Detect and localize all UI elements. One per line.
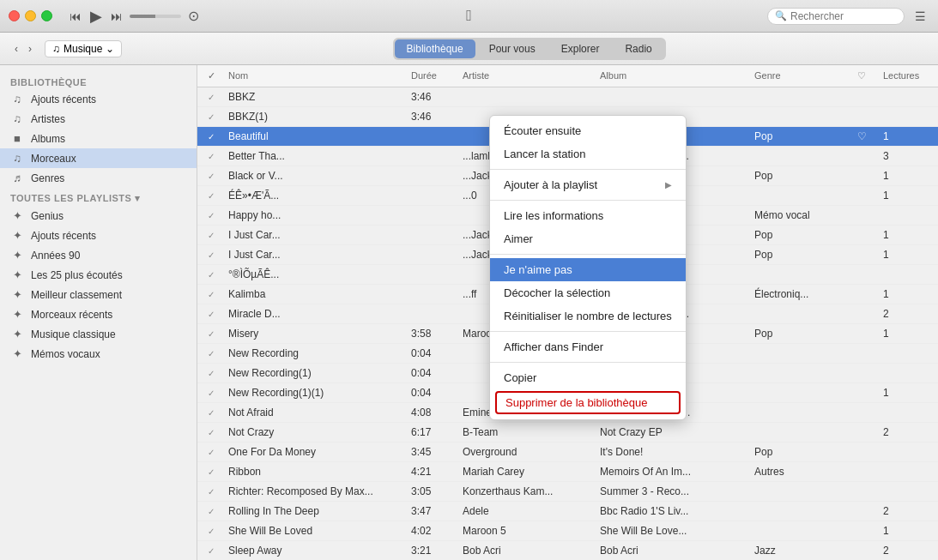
context-menu-item-copier[interactable]: Copier <box>490 366 686 389</box>
row-heart[interactable] <box>854 352 880 355</box>
row-duration <box>408 233 459 237</box>
row-heart[interactable] <box>854 490 880 493</box>
search-input[interactable] <box>790 10 897 22</box>
morceaux-icon: ♫ <box>10 152 24 165</box>
sidebar-item-genius[interactable]: ✦ Genius <box>0 206 197 226</box>
row-heart[interactable] <box>854 95 880 99</box>
sidebar-item-musique-classique[interactable]: ✦ Musique classique <box>0 324 197 344</box>
row-heart[interactable] <box>854 529 880 533</box>
sidebar-label-les25: Les 25 plus écoutés <box>31 269 123 281</box>
context-menu-item-je-naime-pas[interactable]: Je n'aime pas <box>490 258 686 281</box>
list-view-button[interactable]: ☰ <box>911 8 929 25</box>
location-selector[interactable]: ♫ Musique ⌄ <box>45 40 122 57</box>
search-box[interactable]: 🔍 <box>767 8 905 25</box>
tab-bibliotheque[interactable]: Bibliothèque <box>395 39 475 58</box>
sidebar-item-artistes[interactable]: ♫ Artistes <box>0 109 197 129</box>
row-duration: 6:17 <box>408 425 459 440</box>
sidebar-item-annees90[interactable]: ✦ Années 90 <box>0 245 197 265</box>
col-nom[interactable]: Nom <box>225 69 408 83</box>
fast-forward-button[interactable]: ⏭ <box>107 8 126 25</box>
row-heart[interactable] <box>854 470 880 473</box>
context-menu-item-couter-ensuite[interactable]: Écouter ensuite <box>490 119 686 142</box>
context-menu-item-afficher-dans-finder[interactable]: Afficher dans Finder <box>490 335 686 358</box>
context-menu-item-label: Lancer la station <box>504 148 585 160</box>
row-plays <box>880 371 931 375</box>
row-name: ÉÊ»•Æ'Ã... <box>225 188 408 203</box>
context-menu-item-aimer[interactable]: Aimer <box>490 227 686 250</box>
maximize-button[interactable] <box>41 10 52 21</box>
rewind-button[interactable]: ⏮ <box>66 8 85 25</box>
close-button[interactable] <box>9 10 20 21</box>
context-menu-item-supprimer-de-la-bibliothque[interactable]: Supprimer de la bibliothèque <box>495 391 681 414</box>
row-genre: Électroniq... <box>751 286 854 302</box>
sidebar-item-meilleur[interactable]: ✦ Meilleur classement <box>0 285 197 304</box>
context-menu-item-rinitialiser-le-nombre-de-lectures[interactable]: Réinitialiser le nombre de lectures <box>490 304 686 328</box>
row-heart[interactable] <box>854 194 880 197</box>
sidebar-item-albums[interactable]: ■ Albums <box>0 129 197 148</box>
play-button[interactable]: ▶ <box>90 7 102 26</box>
row-genre <box>751 509 854 513</box>
row-heart[interactable] <box>854 292 880 296</box>
row-heart[interactable] <box>854 371 880 375</box>
airplay-button[interactable]: ⊙ <box>185 6 203 26</box>
sidebar-item-les25[interactable]: ✦ Les 25 plus écoutés <box>0 265 197 285</box>
row-heart[interactable] <box>854 312 880 316</box>
row-heart[interactable] <box>854 332 880 335</box>
context-menu-item-dcocher-la-slection[interactable]: Décocher la sélection <box>490 281 686 304</box>
sidebar-label-ajouts-recents-pl: Ajouts récents <box>31 230 96 242</box>
context-menu-divider <box>490 169 686 170</box>
row-heart[interactable] <box>854 115 880 118</box>
table-row[interactable]: ✓ Not Crazy 6:17 B-Team Not Crazy EP 2 <box>197 423 938 443</box>
row-heart[interactable] <box>854 154 880 158</box>
col-lectures[interactable]: Lectures <box>880 69 931 83</box>
col-duree[interactable]: Durée <box>408 69 459 83</box>
tab-radio[interactable]: Radio <box>613 39 663 58</box>
row-heart[interactable] <box>854 431 880 434</box>
table-row[interactable]: ✓ Rolling In The Deep 3:47 Adele Bbc Rad… <box>197 502 938 521</box>
row-check: ✓ <box>204 367 225 380</box>
col-genre[interactable]: Genre <box>751 69 854 83</box>
back-button[interactable]: ‹ <box>10 41 22 57</box>
row-heart[interactable] <box>854 450 880 454</box>
sidebar-item-morceaux[interactable]: ♫ Morceaux <box>0 148 197 168</box>
row-plays <box>880 490 931 493</box>
sidebar-item-genres[interactable]: ♬ Genres <box>0 168 197 188</box>
table-row[interactable]: ✓ Richter: Recomposed By Max... 3:05 Kon… <box>197 482 938 502</box>
row-plays <box>880 95 931 99</box>
row-heart[interactable] <box>854 253 880 256</box>
row-heart[interactable] <box>854 233 880 237</box>
tab-pour-vous[interactable]: Pour vous <box>477 39 548 58</box>
row-genre: Mémo vocal <box>751 208 854 223</box>
minimize-button[interactable] <box>25 10 36 21</box>
sidebar-item-memos[interactable]: ✦ Mémos vocaux <box>0 344 197 364</box>
table-row[interactable]: ✓ BBKZ 3:46 <box>197 87 938 107</box>
context-menu-item-lire-les-informations[interactable]: Lire les informations <box>490 204 686 227</box>
sidebar-item-morceaux-recents[interactable]: ✦ Morceaux récents <box>0 304 197 324</box>
sidebar-label-genius: Genius <box>31 210 64 222</box>
table-row[interactable]: ✓ Sleep Away 3:21 Bob Acri Bob Acri Jazz… <box>197 541 938 560</box>
volume-slider[interactable] <box>130 15 181 18</box>
tab-explorer[interactable]: Explorer <box>549 39 612 58</box>
table-row[interactable]: ✓ One For Da Money 3:45 Overground It's … <box>197 443 938 462</box>
row-name: Misery <box>225 326 408 341</box>
context-menu-item-lancer-la-station[interactable]: Lancer la station <box>490 142 686 166</box>
sidebar-item-ajouts-recents-pl[interactable]: ✦ Ajouts récents <box>0 226 197 245</box>
sidebar-item-ajouts-recents[interactable]: ♫ Ajouts récents <box>0 89 197 109</box>
row-genre <box>751 529 854 533</box>
col-artiste[interactable]: Artiste <box>459 69 596 83</box>
row-heart[interactable] <box>854 391 880 394</box>
row-heart[interactable] <box>854 174 880 178</box>
row-duration <box>408 273 459 276</box>
table-row[interactable]: ✓ She Will Be Loved 4:02 Maroon 5 She Wi… <box>197 521 938 541</box>
row-heart[interactable] <box>854 411 880 414</box>
row-heart[interactable] <box>854 273 880 276</box>
col-album[interactable]: Album <box>596 69 751 83</box>
row-heart[interactable]: ♡ <box>854 129 880 144</box>
row-heart[interactable] <box>854 509 880 513</box>
forward-button[interactable]: › <box>24 41 36 57</box>
row-name: She Will Be Loved <box>225 523 408 539</box>
row-heart[interactable] <box>854 549 880 552</box>
table-row[interactable]: ✓ Ribbon 4:21 Mariah Carey Memoirs Of An… <box>197 462 938 482</box>
row-heart[interactable] <box>854 214 880 217</box>
context-menu-item-ajouter--la-playlist[interactable]: Ajouter à la playlist▶ <box>490 173 686 196</box>
